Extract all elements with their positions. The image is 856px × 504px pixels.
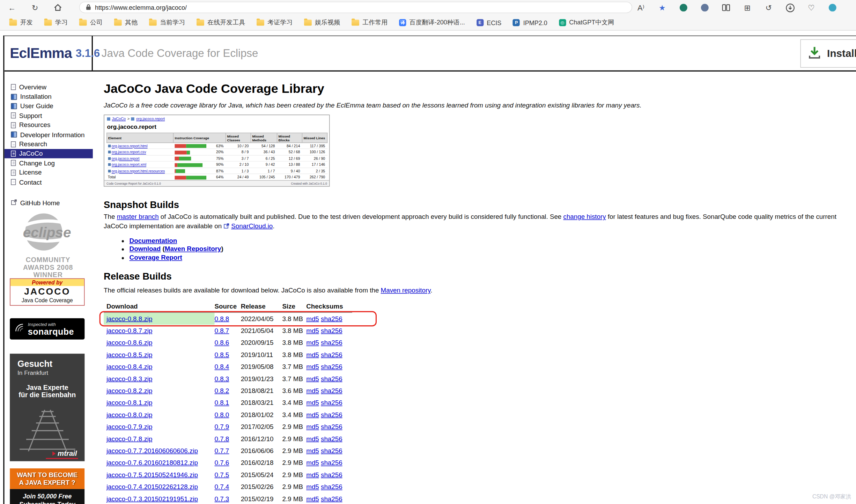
release-file-link[interactable]: jacoco-0.8.3.zip bbox=[106, 375, 152, 383]
source-tag-link[interactable]: 0.7.9 bbox=[215, 423, 229, 431]
md5-link[interactable]: md5 bbox=[306, 459, 319, 467]
md5-link[interactable]: md5 bbox=[306, 435, 319, 443]
breadcrumb-link[interactable]: JaCoCo bbox=[112, 117, 126, 121]
bookmark-item-9[interactable]: 译百度翻译-200种语... bbox=[394, 17, 470, 28]
sidebar-item-research[interactable]: Research bbox=[5, 139, 93, 149]
home-icon[interactable] bbox=[51, 2, 65, 14]
coverage-element-link[interactable]: org.jacoco.report.xml bbox=[112, 163, 146, 166]
source-tag-link[interactable]: 0.8.4 bbox=[215, 363, 229, 371]
md5-link[interactable]: md5 bbox=[306, 483, 319, 491]
md5-link[interactable]: md5 bbox=[306, 315, 319, 323]
sha256-link[interactable]: sha256 bbox=[321, 351, 342, 359]
release-file-link[interactable]: jacoco-0.7.7.201606060606.zip bbox=[106, 447, 198, 455]
sha256-link[interactable]: sha256 bbox=[321, 435, 342, 443]
source-tag-link[interactable]: 0.8.7 bbox=[215, 327, 229, 335]
sha256-link[interactable]: sha256 bbox=[321, 471, 342, 479]
md5-link[interactable]: md5 bbox=[306, 351, 319, 359]
release-file-link[interactable]: jacoco-0.8.5.zip bbox=[106, 351, 152, 359]
release-file-link[interactable]: jacoco-0.8.8.zip bbox=[106, 315, 152, 323]
source-tag-link[interactable]: 0.8.6 bbox=[215, 339, 229, 347]
sidebar-item-user-guide[interactable]: User Guide bbox=[5, 102, 93, 111]
link-master-branch[interactable]: master branch bbox=[117, 213, 159, 221]
source-tag-link[interactable]: 0.8.2 bbox=[215, 387, 229, 395]
md5-link[interactable]: md5 bbox=[306, 375, 319, 383]
link-maven-repository[interactable]: Maven Repository bbox=[165, 245, 221, 253]
sha256-link[interactable]: sha256 bbox=[321, 339, 342, 347]
release-file-link[interactable]: jacoco-0.7.6.201602180812.zip bbox=[106, 459, 198, 467]
source-tag-link[interactable]: 0.7.4 bbox=[215, 483, 229, 491]
bookmark-item-10[interactable]: EECIS bbox=[471, 17, 506, 28]
sidebar-item-contact[interactable]: Contact bbox=[5, 177, 93, 187]
sha256-link[interactable]: sha256 bbox=[321, 363, 342, 371]
md5-link[interactable]: md5 bbox=[306, 447, 319, 455]
sidebar-item-change-log[interactable]: Change Log bbox=[5, 158, 93, 168]
extension-icon-2[interactable] bbox=[698, 2, 711, 14]
address-bar[interactable]: https://www.eclemma.org/jacoco/ bbox=[79, 2, 632, 13]
downloads-icon[interactable] bbox=[783, 2, 797, 14]
favorites-star-icon[interactable]: ★ bbox=[656, 2, 669, 14]
url-text[interactable]: https://www.eclemma.org/jacoco/ bbox=[95, 4, 187, 11]
link-sonarcloud-io[interactable]: SonarCloud.io bbox=[231, 222, 273, 230]
md5-link[interactable]: md5 bbox=[306, 411, 319, 419]
md5-link[interactable]: md5 bbox=[306, 327, 319, 335]
browser-essentials-icon[interactable]: ♡ bbox=[805, 2, 818, 14]
refresh-icon[interactable]: ↻ bbox=[28, 2, 42, 14]
split-screen-icon[interactable] bbox=[720, 2, 733, 14]
bookmark-item-12[interactable]: ◎ChatGPT中文网 bbox=[554, 17, 619, 28]
source-tag-link[interactable]: 0.8.8 bbox=[215, 315, 229, 323]
bookmark-item-8[interactable]: 工作常用 bbox=[347, 17, 392, 28]
jacoco-powered-badge[interactable]: Powered by JACOCO Java Code Coverage bbox=[10, 279, 84, 306]
bookmark-item-3[interactable]: 其他 bbox=[109, 17, 142, 28]
link-download[interactable]: Download bbox=[130, 245, 161, 253]
source-tag-link[interactable]: 0.8.1 bbox=[215, 399, 229, 407]
sha256-link[interactable]: sha256 bbox=[321, 447, 342, 455]
sha256-link[interactable]: sha256 bbox=[321, 423, 342, 431]
release-file-link[interactable]: jacoco-0.7.8.zip bbox=[106, 435, 152, 443]
sonarqube-badge[interactable]: Inspected with sonarqube bbox=[10, 318, 84, 340]
eclipse-award-badge[interactable]: eclipse COMMUNITY AWARDS 2008 WINNER bbox=[7, 210, 90, 279]
coverage-element-link[interactable]: org.jacoco.report.html.resources bbox=[112, 169, 165, 173]
back-icon[interactable]: ← bbox=[6, 2, 19, 14]
link-change-history[interactable]: change history bbox=[563, 213, 606, 221]
bookmark-item-2[interactable]: 公司 bbox=[74, 17, 108, 28]
coverage-element-link[interactable]: org.jacoco.report.html bbox=[112, 144, 148, 148]
sidebar-item-github-home[interactable]: GitHub Home bbox=[5, 198, 93, 208]
sidebar-item-developer-information[interactable]: Developer Information bbox=[5, 130, 93, 139]
coverage-element-link[interactable]: org.jacoco.report bbox=[112, 156, 140, 160]
bookmark-item-6[interactable]: 考证学习 bbox=[252, 17, 297, 28]
md5-link[interactable]: md5 bbox=[306, 399, 319, 407]
release-file-link[interactable]: jacoco-0.7.5.201505241946.zip bbox=[106, 471, 198, 479]
release-file-link[interactable]: jacoco-0.7.4.201502262128.zip bbox=[106, 483, 198, 491]
sha256-link[interactable]: sha256 bbox=[321, 411, 342, 419]
read-aloud-icon[interactable]: A⁾ bbox=[634, 2, 648, 14]
md5-link[interactable]: md5 bbox=[306, 363, 319, 371]
sidebar-item-resources[interactable]: Resources bbox=[5, 120, 93, 130]
breadcrumb-link[interactable]: org.jacoco.report bbox=[136, 117, 165, 121]
bookmark-item-11[interactable]: PIPMP2.0 bbox=[508, 17, 552, 28]
site-info-lock-icon[interactable] bbox=[86, 3, 91, 11]
sha256-link[interactable]: sha256 bbox=[321, 483, 342, 491]
release-file-link[interactable]: jacoco-0.7.3.201502191951.zip bbox=[106, 495, 198, 503]
bookmark-item-5[interactable]: 在线开发工具 bbox=[192, 17, 250, 28]
release-file-link[interactable]: jacoco-0.8.6.zip bbox=[106, 339, 152, 347]
source-tag-link[interactable]: 0.7.6 bbox=[215, 459, 229, 467]
md5-link[interactable]: md5 bbox=[306, 387, 319, 395]
sidebar-item-jacoco[interactable]: JaCoCo bbox=[5, 149, 93, 158]
sha256-link[interactable]: sha256 bbox=[321, 495, 342, 503]
install-button[interactable]: Install bbox=[800, 39, 856, 68]
sha256-link[interactable]: sha256 bbox=[321, 399, 342, 407]
release-file-link[interactable]: jacoco-0.7.9.zip bbox=[106, 423, 152, 431]
source-tag-link[interactable]: 0.8.0 bbox=[215, 411, 229, 419]
sidebar-item-license[interactable]: License bbox=[5, 168, 93, 177]
sidebar-item-installation[interactable]: Installation bbox=[5, 92, 93, 101]
sidebar-item-support[interactable]: Support bbox=[5, 111, 93, 120]
source-tag-link[interactable]: 0.7.3 bbox=[215, 495, 229, 503]
bookmark-item-4[interactable]: 当前学习 bbox=[144, 17, 190, 28]
md5-link[interactable]: md5 bbox=[306, 471, 319, 479]
source-tag-link[interactable]: 0.7.7 bbox=[215, 447, 229, 455]
mtrail-ad-banner[interactable]: Gesucht In Frankfurt Java Experte für di… bbox=[10, 354, 84, 461]
source-tag-link[interactable]: 0.8.3 bbox=[215, 375, 229, 383]
sha256-link[interactable]: sha256 bbox=[321, 375, 342, 383]
link-maven-repository[interactable]: Maven repository bbox=[381, 287, 431, 294]
bookmark-item-1[interactable]: 学习 bbox=[39, 17, 73, 28]
